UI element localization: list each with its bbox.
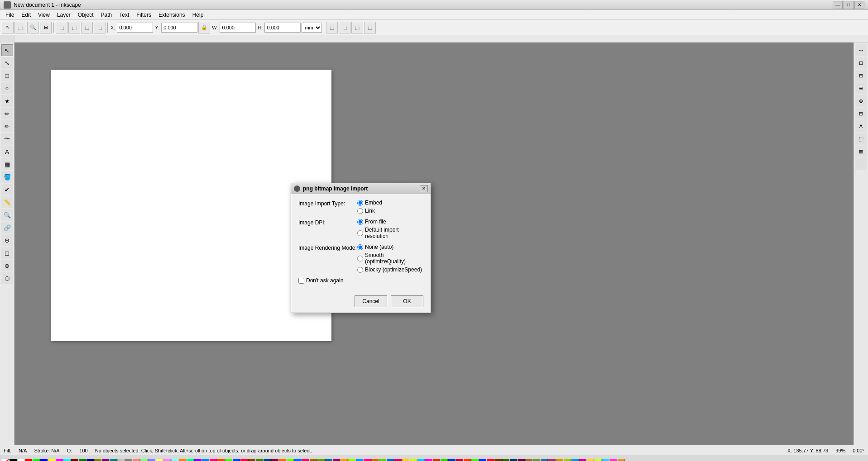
3d-box-tool[interactable]: ⬡	[1, 272, 13, 284]
color-swatch[interactable]	[564, 459, 571, 461]
menu-item-view[interactable]: View	[34, 11, 53, 19]
node-tool[interactable]: ⤡	[1, 57, 13, 69]
color-swatch[interactable]	[56, 459, 63, 461]
color-swatch[interactable]	[63, 459, 71, 461]
color-swatch[interactable]	[464, 459, 471, 461]
snap-node-btn[interactable]: ⊹	[855, 44, 867, 56]
align-left-btn[interactable]: ⬚	[56, 22, 67, 33]
color-swatch[interactable]	[271, 459, 278, 461]
color-swatch[interactable]	[217, 459, 225, 461]
color-swatch[interactable]	[502, 459, 509, 461]
color-swatch[interactable]	[194, 459, 201, 461]
dont-ask-row[interactable]: Don't ask again	[298, 277, 423, 284]
no-color-swatch[interactable]	[2, 459, 9, 461]
cancel-button[interactable]: Cancel	[355, 295, 387, 307]
dialog-close-button[interactable]: ✕	[420, 185, 428, 192]
text-tool[interactable]: A	[1, 146, 13, 157]
color-swatch[interactable]	[556, 459, 563, 461]
color-swatch[interactable]	[225, 459, 232, 461]
blocky-option[interactable]: Blocky (optimizeSpeed)	[357, 266, 423, 273]
color-swatch[interactable]	[541, 459, 548, 461]
color-swatch[interactable]	[571, 459, 579, 461]
color-swatch[interactable]	[356, 459, 363, 461]
w-input[interactable]	[220, 23, 256, 33]
embed-radio[interactable]	[357, 200, 363, 206]
h-input[interactable]	[264, 23, 301, 33]
align-right-btn[interactable]: ⬚	[81, 22, 93, 33]
color-swatch[interactable]	[248, 459, 255, 461]
from-file-radio[interactable]	[357, 219, 363, 225]
color-swatch[interactable]	[317, 459, 325, 461]
star-tool[interactable]: ★	[1, 95, 13, 107]
align-center-btn[interactable]: ⬚	[68, 22, 80, 33]
color-swatch[interactable]	[618, 459, 625, 461]
color-swatch[interactable]	[595, 459, 602, 461]
color-swatch[interactable]	[210, 459, 217, 461]
color-swatch[interactable]	[441, 459, 448, 461]
eyedropper-tool[interactable]: ✔	[1, 184, 13, 195]
color-swatch[interactable]	[548, 459, 556, 461]
color-swatch[interactable]	[163, 459, 171, 461]
zoom-in-btn[interactable]: 🔍	[27, 22, 39, 33]
color-swatch[interactable]	[510, 459, 517, 461]
color-swatch[interactable]	[287, 459, 294, 461]
color-swatch[interactable]	[171, 459, 178, 461]
menu-item-path[interactable]: Path	[97, 11, 116, 19]
color-swatch[interactable]	[302, 459, 309, 461]
color-swatch[interactable]	[48, 459, 55, 461]
node-tool-btn[interactable]: ⬚	[14, 22, 26, 33]
none-auto-radio[interactable]	[357, 244, 363, 250]
color-swatch[interactable]	[117, 459, 125, 461]
minimize-button[interactable]: —	[833, 1, 843, 9]
color-swatch[interactable]	[348, 459, 355, 461]
y-input[interactable]	[161, 23, 197, 33]
snap-guide-btn[interactable]: ⊟	[855, 108, 867, 119]
color-swatch[interactable]	[40, 459, 48, 461]
transform-btn2[interactable]: ⬚	[339, 22, 350, 33]
rect-tool[interactable]: □	[1, 70, 13, 81]
color-swatch[interactable]	[579, 459, 586, 461]
smooth-radio[interactable]	[357, 256, 363, 261]
close-button[interactable]: ✕	[854, 1, 864, 9]
color-swatch[interactable]	[325, 459, 332, 461]
color-swatch[interactable]	[394, 459, 402, 461]
menu-item-edit[interactable]: Edit	[18, 11, 34, 19]
objects-btn[interactable]: ⬚	[855, 133, 867, 145]
snap-grid-btn[interactable]: ⊛	[855, 95, 867, 107]
color-swatch[interactable]	[525, 459, 532, 461]
link-option[interactable]: Link	[357, 208, 382, 214]
calligraphy-tool[interactable]: 〜	[1, 133, 13, 145]
color-swatch[interactable]	[79, 459, 86, 461]
color-swatch[interactable]	[71, 459, 78, 461]
spray-tool[interactable]: ⊕	[1, 234, 13, 246]
menu-item-file[interactable]: File	[2, 11, 18, 19]
color-swatch[interactable]	[256, 459, 263, 461]
from-file-option[interactable]: From file	[357, 219, 423, 225]
color-swatch[interactable]	[25, 459, 32, 461]
blocky-radio[interactable]	[357, 267, 363, 273]
default-import-radio[interactable]	[357, 230, 363, 236]
connector-tool[interactable]: 🔗	[1, 222, 13, 233]
color-swatch[interactable]	[140, 459, 148, 461]
select-tool[interactable]: ↖	[1, 44, 13, 56]
color-swatch[interactable]	[448, 459, 456, 461]
pen-tool[interactable]: ✏	[1, 108, 13, 119]
transform-btn3[interactable]: ⬚	[351, 22, 363, 33]
color-swatch[interactable]	[456, 459, 463, 461]
color-swatch[interactable]	[487, 459, 494, 461]
snap-bbox-btn[interactable]: ⊡	[855, 57, 867, 69]
unit-select[interactable]: mm px cm in	[302, 23, 322, 33]
embed-option[interactable]: Embed	[357, 200, 382, 206]
color-swatch[interactable]	[364, 459, 371, 461]
color-swatch[interactable]	[387, 459, 394, 461]
color-swatch[interactable]	[333, 459, 340, 461]
lock-aspect-btn[interactable]: 🔒	[198, 22, 210, 33]
color-swatch[interactable]	[602, 459, 609, 461]
color-swatch[interactable]	[156, 459, 163, 461]
color-swatch[interactable]	[587, 459, 594, 461]
select-tool-btn[interactable]: ↖	[2, 22, 14, 33]
color-swatch[interactable]	[279, 459, 286, 461]
color-swatch[interactable]	[610, 459, 617, 461]
color-swatch[interactable]	[102, 459, 109, 461]
xml-btn[interactable]: ⋮	[855, 158, 867, 170]
